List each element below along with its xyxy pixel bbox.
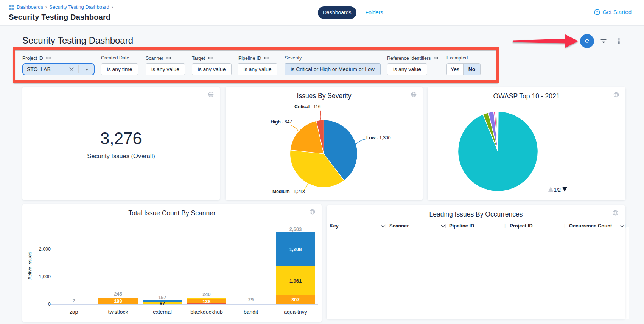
svg-text:?: ? (596, 10, 598, 14)
